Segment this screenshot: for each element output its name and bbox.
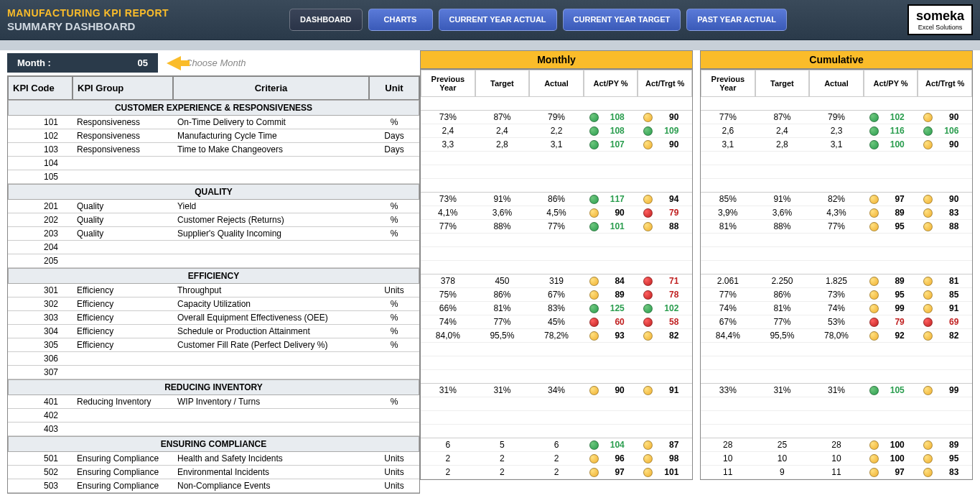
cell-target: 86%	[475, 288, 530, 301]
cell-target: 9	[755, 466, 810, 479]
status-indicator-icon	[869, 386, 879, 395]
kpi-row[interactable]: 103ResponsivenessTime to Make Changeover…	[8, 143, 419, 157]
status-indicator-icon	[643, 113, 653, 122]
data-row: 119119783	[701, 466, 972, 479]
status-indicator-icon	[869, 113, 879, 122]
cell-py: 73%	[421, 193, 475, 206]
metric-value: 90	[602, 208, 625, 218]
cell-target: 91%	[755, 193, 810, 206]
cell-code: 503	[8, 479, 73, 492]
kpi-row[interactable]: 205	[8, 254, 419, 268]
data-row: 10101010095	[701, 452, 972, 466]
cell-target: 77%	[755, 315, 810, 328]
cell-group: Quality	[73, 213, 173, 226]
nav-current-year-target[interactable]: CURRENT YEAR TARGET	[563, 9, 681, 31]
kpi-row[interactable]: 402	[8, 409, 419, 423]
kpi-row[interactable]: 307	[8, 366, 419, 379]
nav-dashboard[interactable]: DASHBOARD	[289, 9, 363, 31]
nav-past-year-actual[interactable]: PAST YEAR ACTUAL	[686, 9, 787, 31]
kpi-row[interactable]: 401Reducing InventoryWIP Inventory / Tur…	[8, 395, 419, 409]
cell-actual: 79%	[529, 111, 584, 124]
status-indicator-icon	[869, 290, 879, 300]
data-row: 2,62,42,3116106	[701, 124, 972, 138]
kpi-row[interactable]: 305EfficiencyCustomer Fill Rate (Perfect…	[8, 338, 419, 352]
status-indicator-icon	[923, 140, 933, 149]
kpi-row[interactable]: 302EfficiencyCapacity Utilization%	[8, 297, 419, 311]
cell-py: 33%	[701, 384, 755, 397]
cell-actual: 31%	[809, 384, 864, 397]
status-indicator-icon	[589, 318, 599, 327]
cell-py: 2,6	[701, 124, 755, 137]
cell-unit: %	[369, 395, 419, 408]
cell-code: 306	[8, 352, 73, 365]
metric-value: 97	[602, 467, 625, 477]
metric-value: 89	[935, 440, 958, 450]
status-indicator-icon	[643, 468, 653, 477]
status-indicator-icon	[589, 140, 599, 149]
status-indicator-icon	[643, 222, 653, 231]
month-selector[interactable]: Month : 05	[7, 53, 158, 73]
arrow-left-icon	[167, 56, 181, 70]
metric-value: 88	[935, 221, 958, 231]
kpi-row[interactable]: 204	[8, 241, 419, 254]
cumulative-section-title: Cumulative	[700, 50, 973, 69]
kpi-row[interactable]: 101ResponsivenessOn-Time Delivery to Com…	[8, 116, 419, 129]
cell-code: 302	[8, 297, 73, 310]
kpi-row[interactable]: 304EfficiencySchedule or Production Atta…	[8, 325, 419, 338]
cell-group: Reducing Inventory	[73, 395, 173, 408]
cell-py: 67%	[701, 315, 755, 328]
data-row-empty	[701, 411, 972, 425]
status-indicator-icon	[869, 140, 879, 149]
data-row: 73%87%79%10890	[421, 111, 692, 124]
kpi-row[interactable]: 104	[8, 157, 419, 170]
nav-current-year-actual[interactable]: CURRENT YEAR ACTUAL	[439, 9, 557, 31]
kpi-row[interactable]: 502Ensuring ComplianceEnvironmental Inci…	[8, 466, 419, 479]
kpi-row[interactable]: 201QualityYield%	[8, 200, 419, 213]
monthly-section-title: Monthly	[420, 50, 693, 69]
kpi-row[interactable]: 202QualityCustomer Rejects (Returns)%	[8, 213, 419, 227]
data-row: 84,0%95,5%78,2%9382	[421, 329, 692, 343]
metric-value: 71	[655, 276, 678, 286]
kpi-row[interactable]: 503Ensuring ComplianceNon-Compliance Eve…	[8, 479, 419, 493]
kpi-row[interactable]: 102ResponsivenessManufacturing Cycle Tim…	[8, 129, 419, 143]
metric-value: 89	[882, 208, 905, 218]
cell-py: 31%	[421, 384, 475, 397]
metric-value: 79	[882, 317, 905, 327]
status-indicator-icon	[589, 222, 599, 231]
kpi-row[interactable]: 105	[8, 170, 419, 184]
nav-charts[interactable]: CHARTS	[368, 9, 433, 31]
kpi-row[interactable]: 301EfficiencyThroughputUnits	[8, 284, 419, 297]
cell-actual: 11	[809, 466, 864, 479]
cell-py: 3,1	[701, 138, 755, 151]
monthly-data-panel: Previous Year Target Actual Act/PY % Act…	[420, 69, 693, 480]
metric-value: 90	[935, 139, 958, 149]
cell-unit: %	[369, 200, 419, 213]
cell-actual: 2	[529, 466, 584, 479]
kpi-row[interactable]: 303EfficiencyOverall Equipment Effective…	[8, 311, 419, 325]
metric-value: 60	[602, 317, 625, 327]
kpi-row[interactable]: 403	[8, 423, 419, 436]
data-row-empty	[701, 165, 972, 179]
data-spacer	[701, 179, 972, 193]
cell-group	[73, 423, 173, 435]
month-value: 05	[138, 57, 148, 68]
data-spacer	[421, 261, 692, 274]
metric-value: 108	[602, 126, 625, 136]
cell-target: 2.250	[755, 274, 810, 287]
cell-unit: %	[369, 325, 419, 338]
cell-unit: Days	[369, 143, 419, 156]
kpi-row[interactable]: 306	[8, 352, 419, 366]
cell-target: 87%	[755, 111, 810, 124]
metric-value: 125	[602, 303, 625, 313]
cell-criteria: Supplier's Quality Incoming	[173, 227, 369, 240]
kpi-row[interactable]: 203QualitySupplier's Quality Incoming%	[8, 227, 419, 241]
cell-py: 84,4%	[701, 329, 755, 342]
metric-value: 90	[655, 139, 678, 149]
status-indicator-icon	[589, 208, 599, 218]
cell-target: 81%	[755, 302, 810, 315]
cell-code: 102	[8, 129, 73, 142]
cell-target: 2,8	[755, 138, 810, 151]
cell-unit	[369, 366, 419, 379]
kpi-row[interactable]: 501Ensuring ComplianceHealth and Safety …	[8, 452, 419, 466]
cell-group: Efficiency	[73, 284, 173, 297]
